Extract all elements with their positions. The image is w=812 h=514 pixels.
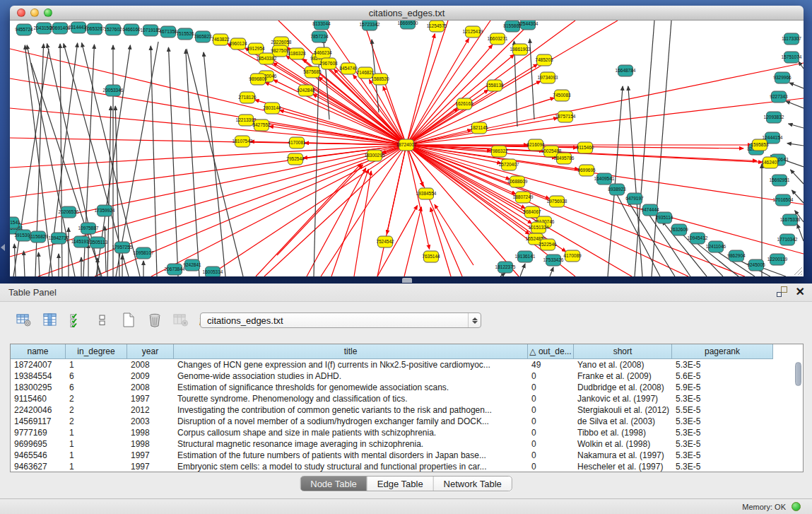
graph-node[interactable]: 12544304 [518,21,539,30]
table-row[interactable]: 977716911998Corpus callosum shape and si… [11,427,803,438]
graph-node[interactable]: 18543382 [257,53,277,64]
graph-node[interactable]: 9896809 [249,74,267,85]
graph-node[interactable]: 4170081 [288,137,306,148]
graph-node[interactable]: 12093832 [764,112,784,123]
graph-node[interactable]: 10975887 [78,223,99,234]
graph-node[interactable]: 7515526 [176,28,194,40]
graph-node[interactable]: 5875685 [303,66,322,78]
graph-node[interactable]: 12125419 [463,26,483,37]
network-canvas[interactable]: 9455724204315062069140623144439106532671… [10,21,804,276]
graph-node[interactable]: 15723342 [360,21,380,30]
memory-status-icon[interactable] [792,502,801,511]
graph-node[interactable]: 9242848 [297,85,315,96]
graph-node[interactable]: 1462407 [761,157,779,168]
graph-node[interactable]: 19384554 [416,188,437,199]
graph-node[interactable]: 11254575 [427,21,447,32]
select-columns-icon[interactable] [68,312,85,329]
graph-node[interactable]: 17016504 [773,194,794,206]
graph-node[interactable]: 17710342 [777,234,798,245]
graph-node[interactable]: 17533426 [543,255,564,266]
network-window-titlebar[interactable]: citations_edges.txt [10,6,804,21]
table-scrollbar-thumb[interactable] [795,362,801,386]
graph-node[interactable]: 7635144 [422,251,440,262]
column-header-in_degree[interactable]: in_degree [66,344,127,359]
graph-node[interactable]: 12411046 [706,241,726,252]
graph-node[interactable]: 2935114 [656,212,673,223]
graph-node[interactable]: 15751074 [782,52,802,63]
table-settings-icon[interactable] [16,312,33,329]
tab-node-table[interactable]: Node Table [300,477,367,491]
graph-node[interactable]: 1527602 [104,24,122,35]
column-header-title[interactable]: title [174,344,528,359]
graph-node[interactable]: 6479197 [625,193,644,204]
graph-node[interactable]: 10958107 [134,247,154,259]
graph-node[interactable]: 7524542 [376,236,394,247]
table-row[interactable]: 1830029562008Estimation of significance … [11,382,803,393]
graph-node[interactable]: 7952544 [286,153,305,165]
graph-node[interactable]: 11675338 [780,214,801,226]
graph-node[interactable]: 5466234 [314,47,332,59]
graph-node[interactable]: 9245005 [747,259,765,271]
graph-node[interactable]: 2522546 [539,239,557,250]
graph-node[interactable]: 9684067 [523,206,541,218]
graph-node[interactable]: 7986322 [490,146,508,157]
graph-node[interactable]: 16648784 [616,65,636,76]
graph-node[interactable]: 19734093 [538,72,558,83]
column-header-short[interactable]: short [574,344,672,359]
table-row[interactable]: 1456911722003Disruption of a novel membe… [11,416,803,427]
graph-node[interactable]: 11173307 [782,33,801,45]
delete-trash-icon[interactable] [146,312,163,329]
graph-node[interactable]: 18495786 [554,153,575,164]
graph-node[interactable]: 18122375 [495,262,516,273]
graph-node[interactable]: 9699695 [577,165,596,176]
graph-node[interactable]: 20691406 [50,23,71,34]
graph-node[interactable]: 1558138 [486,80,504,91]
graph-node[interactable]: 7485203 [535,54,553,66]
graph-node[interactable]: 9474444 [641,204,659,216]
graph-node[interactable]: 10719185 [141,25,161,36]
graph-node[interactable]: 7632609 [670,224,688,235]
column-header-pagerank[interactable]: pagerank [672,344,773,359]
graph-node[interactable]: 18807249 [513,192,534,203]
graph-node[interactable]: 4170089 [563,250,582,262]
graph-node[interactable]: 19861903 [510,44,531,55]
graph-node[interactable]: 19756928 [547,196,567,207]
graph-node[interactable]: 8454749 [339,63,358,74]
network-graph[interactable]: 9455724204315062069140623144439106532671… [10,21,804,276]
graph-node[interactable]: 9242841 [183,259,201,271]
graph-node[interactable]: 15692951 [770,175,790,186]
graph-node[interactable]: 9455724 [15,24,33,35]
graph-node[interactable]: 4671358 [159,26,177,37]
graph-node[interactable]: 15720407 [499,159,519,170]
graph-node[interactable]: 16409541 [594,173,615,185]
rows-icon[interactable] [94,312,111,329]
show-columns-icon[interactable] [42,312,59,329]
graph-node[interactable]: 9862904 [727,250,746,262]
table-row[interactable]: 911546021997Tourette syndrome. Phenomeno… [11,393,803,404]
graph-node[interactable]: 10653267 [85,23,105,35]
graph-node[interactable]: 18724007 [396,139,417,151]
table-row[interactable]: 1872400712008Changes of HCN gene express… [11,359,803,370]
graph-node[interactable]: 7450083 [553,90,571,101]
column-header-year[interactable]: year [127,344,174,359]
graph-node[interactable]: 8186328 [288,48,306,59]
graph-node[interactable]: 6216094 [526,139,545,151]
table-row[interactable]: 1938455462009Genome-wide association stu… [11,370,803,382]
graph-node[interactable]: 8960124 [229,38,247,49]
graph-node[interactable]: 17359924 [95,205,115,216]
graph-node[interactable]: 18107543 [233,136,253,147]
close-panel-icon[interactable]: ✕ [796,286,805,297]
graph-node[interactable]: 2967608 [319,58,338,69]
tab-edge-table[interactable]: Edge Table [367,477,434,491]
graph-node[interactable]: 18757154 [555,111,576,122]
graph-node[interactable]: 1821145 [471,122,488,134]
graph-node[interactable]: 13942737 [49,233,69,244]
graph-node[interactable]: 10688609 [507,176,528,187]
table-row[interactable]: 946362711997Embryonic stem cells: a mode… [11,461,803,472]
graph-node[interactable]: 8938923 [608,184,626,195]
graph-node[interactable]: 20053346 [103,85,124,96]
table-row[interactable]: 2242004622012Investigating the contribut… [11,404,803,416]
graph-node[interactable]: 6466160 [122,24,141,35]
new-table-icon[interactable] [120,312,137,329]
graph-node[interactable]: 10151324 [529,222,549,233]
